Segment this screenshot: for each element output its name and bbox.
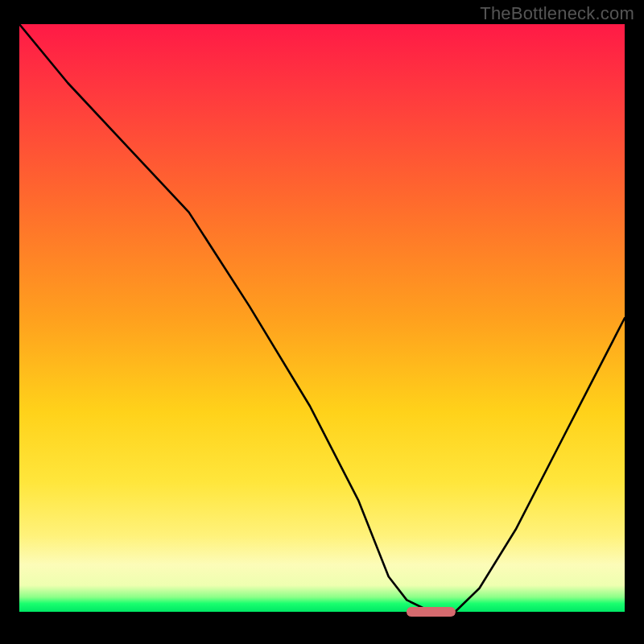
optimal-range-marker <box>407 607 455 617</box>
watermark-text: TheBottleneck.com <box>480 3 634 24</box>
bottleneck-curve <box>19 24 625 612</box>
plot-area <box>19 24 625 612</box>
chart-stage: TheBottleneck.com <box>0 0 644 644</box>
